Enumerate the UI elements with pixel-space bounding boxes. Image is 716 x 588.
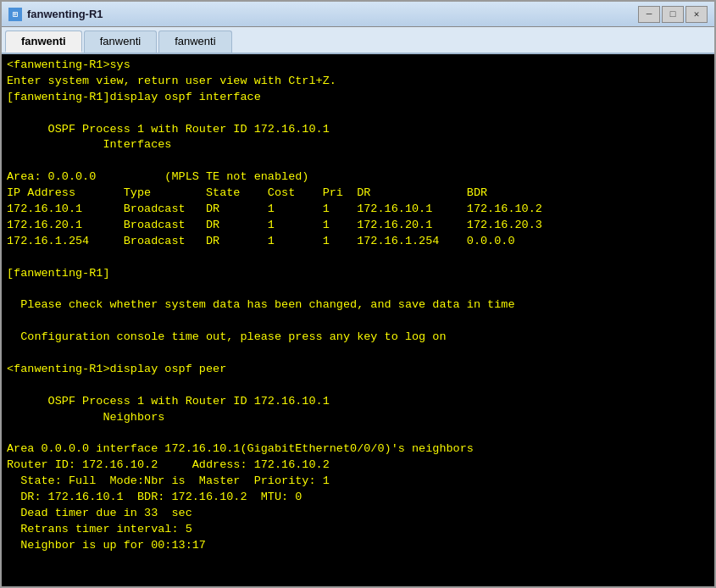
tab-bar: fanwenti fanwenti fanwenti: [2, 27, 714, 54]
window-title: fanwenting-R1: [27, 8, 638, 20]
window-icon: ⊞: [8, 8, 22, 21]
main-window: ⊞ fanwenting-R1 ─ □ ✕ fanwenti fanwenti …: [0, 0, 716, 588]
window-controls: ─ □ ✕: [638, 6, 708, 23]
tab-fanwenti-2[interactable]: fanwenti: [84, 31, 157, 53]
terminal-wrapper: <fanwenting-R1>sys Enter system view, re…: [2, 54, 714, 586]
title-bar: ⊞ fanwenting-R1 ─ □ ✕: [2, 2, 714, 27]
minimize-button[interactable]: ─: [638, 6, 660, 23]
terminal-output[interactable]: <fanwenting-R1>sys Enter system view, re…: [2, 54, 714, 586]
close-button[interactable]: ✕: [685, 6, 708, 23]
tab-fanwenti-1[interactable]: fanwenti: [5, 31, 82, 53]
restore-button[interactable]: □: [662, 6, 684, 23]
tab-fanwenti-3[interactable]: fanwenti: [158, 31, 231, 53]
